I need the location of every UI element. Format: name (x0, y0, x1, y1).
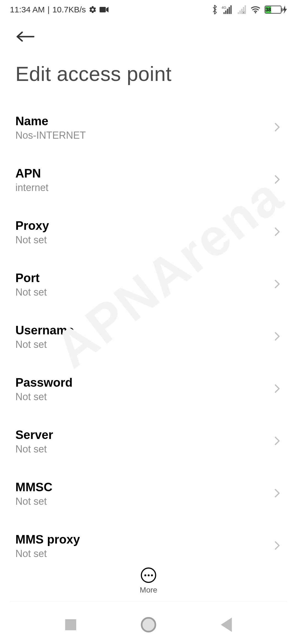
field-server-label: Server (15, 428, 53, 442)
field-username-value: Not set (15, 339, 74, 350)
field-username-label: Username (15, 323, 74, 337)
status-time: 11:34 AM (10, 5, 45, 14)
chevron-right-icon (273, 540, 282, 552)
field-name[interactable]: Name Nos-INTERNET (15, 102, 282, 154)
field-proxy[interactable]: Proxy Not set (15, 207, 282, 259)
page-title: Edit access point (0, 46, 297, 94)
bottom-divider (10, 601, 287, 601)
chevron-right-icon (273, 331, 282, 343)
more-icon (141, 567, 156, 583)
signal-nosim-icon: ✕ (236, 5, 246, 14)
field-proxy-value: Not set (15, 234, 49, 246)
field-mms-proxy-value: Not set (15, 548, 80, 560)
nav-recent-button[interactable] (65, 619, 76, 630)
chevron-right-icon (273, 226, 282, 238)
field-mmsc-label: MMSC (15, 480, 52, 494)
field-password[interactable]: Password Not set (15, 364, 282, 416)
status-left: 11:34 AM | 10.7KB/s (10, 5, 109, 14)
gear-icon (89, 6, 97, 14)
chevron-right-icon (273, 279, 282, 291)
field-port-label: Port (15, 271, 47, 285)
battery-percent: 38 (265, 6, 271, 13)
field-mmsc[interactable]: MMSC Not set (15, 468, 282, 520)
svg-text:4G: 4G (222, 6, 226, 10)
field-username[interactable]: Username Not set (15, 311, 282, 364)
svg-text:✕: ✕ (242, 10, 245, 14)
field-server[interactable]: Server Not set (15, 416, 282, 468)
chevron-right-icon (273, 174, 282, 186)
status-right: 4G ✕ 38 (211, 5, 287, 14)
field-name-value: Nos-INTERNET (15, 130, 86, 141)
charging-icon (283, 6, 287, 14)
svg-point-3 (255, 12, 256, 13)
wifi-icon (250, 6, 261, 14)
apn-settings-list: Name Nos-INTERNET APN internet Proxy Not… (0, 94, 297, 573)
status-bar: 11:34 AM | 10.7KB/s 4G ✕ 38 (0, 0, 297, 19)
field-password-value: Not set (15, 391, 73, 403)
chevron-right-icon (273, 383, 282, 395)
chevron-right-icon (273, 435, 282, 447)
more-button[interactable]: More (0, 562, 297, 594)
nav-back-button[interactable] (221, 618, 232, 632)
field-proxy-label: Proxy (15, 219, 49, 233)
android-nav-bar (0, 605, 297, 644)
field-port-value: Not set (15, 286, 47, 298)
svg-rect-0 (100, 7, 106, 12)
signal-4g-icon: 4G (222, 5, 232, 14)
field-name-label: Name (15, 114, 86, 128)
chevron-right-icon (273, 488, 282, 500)
field-apn[interactable]: APN internet (15, 154, 282, 207)
field-mmsc-value: Not set (15, 496, 52, 507)
status-net-speed: 10.7KB/s (53, 5, 86, 14)
field-server-value: Not set (15, 443, 53, 455)
arrow-left-icon (15, 30, 35, 43)
field-apn-label: APN (15, 167, 48, 180)
nav-home-button[interactable] (141, 617, 156, 632)
field-apn-value: internet (15, 182, 48, 193)
field-mms-proxy-label: MMS proxy (15, 533, 80, 546)
battery-indicator: 38 (265, 6, 287, 14)
camera-icon (100, 6, 109, 13)
back-button[interactable] (15, 27, 35, 46)
field-password-label: Password (15, 376, 73, 389)
chevron-right-icon (273, 122, 282, 134)
field-port[interactable]: Port Not set (15, 259, 282, 311)
more-label: More (140, 586, 157, 594)
bluetooth-icon (211, 5, 218, 14)
status-separator: | (48, 5, 50, 14)
